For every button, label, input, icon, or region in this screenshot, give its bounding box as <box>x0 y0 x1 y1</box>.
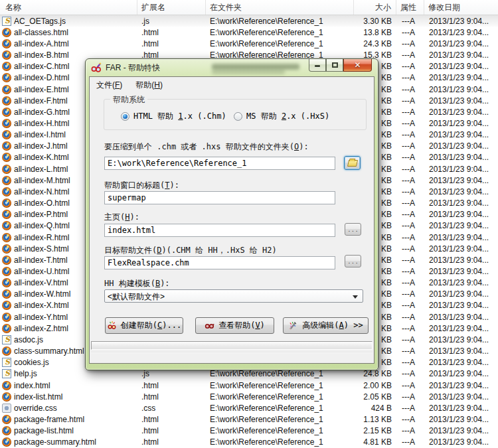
file-attributes: ---A <box>396 153 424 162</box>
file-name: cookies.js <box>14 358 49 367</box>
file-attributes: ---A <box>396 392 424 402</box>
html-file-icon <box>2 415 11 424</box>
aero-blur-artifact <box>212 70 285 74</box>
file-row[interactable]: override.css.cssE:\work\Reference\Refere… <box>0 402 498 413</box>
file-row[interactable]: package-summary.html.htmlE:\work\Referen… <box>0 437 498 448</box>
file-attributes: ---A <box>396 165 424 174</box>
create-help-icon <box>107 321 117 331</box>
file-modified: 2013/1/23 9:04... <box>424 28 498 37</box>
column-header[interactable]: 大小 <box>354 0 396 15</box>
close-button[interactable]: ✕ <box>343 59 372 72</box>
file-modified: 2013/1/23 9:04... <box>424 17 498 26</box>
column-header[interactable]: 属性 <box>396 0 424 15</box>
column-header[interactable]: 修改日期 <box>424 0 498 15</box>
maximize-icon <box>332 62 338 68</box>
file-modified: 2013/1/23 9:04... <box>424 381 498 390</box>
file-name: index-list.html <box>14 392 62 402</box>
html-file-icon <box>2 301 11 310</box>
window-title-field-label: 帮助窗口的标题(T): <box>104 180 179 191</box>
file-name: all-index-V.html <box>14 278 68 287</box>
far-dialog: FAR - 帮助特快 ✕ 文件(F) 帮助(H) 帮助系统 HTML 帮助 1.… <box>85 58 378 370</box>
progress-bar <box>91 341 373 350</box>
file-modified: 2013/1/23 9:04... <box>424 39 498 48</box>
file-row[interactable]: AC_OETags.js.jsE:\work\Reference\Referen… <box>0 15 498 27</box>
far-app-icon <box>91 62 102 73</box>
file-ext: .js <box>137 17 206 26</box>
file-folder: E:\work\Reference\Reference_1 <box>206 404 354 413</box>
file-ext: .html <box>137 39 206 48</box>
close-icon: ✕ <box>344 59 371 71</box>
screen: 名称扩展名在文件夹大小属性修改日期 AC_OETags.js.jsE:\work… <box>0 0 498 448</box>
home-page-field-label: 主页(H): <box>104 212 139 223</box>
column-header[interactable]: 扩展名 <box>137 0 206 15</box>
browse-home-page-button[interactable]: . . . <box>345 223 361 236</box>
file-name: class-summary.html <box>14 346 84 356</box>
html-file-icon <box>2 278 11 287</box>
browse-folder-button[interactable] <box>344 156 361 170</box>
view-help-button[interactable]: 查看帮助(V) <box>195 317 274 334</box>
window-title-input[interactable]: supermap <box>104 191 335 204</box>
file-row[interactable]: all-index-A.html.htmlE:\work\Reference\R… <box>0 38 498 49</box>
dialog-titlebar[interactable]: FAR - 帮助特快 ✕ <box>86 59 378 76</box>
advanced-edit-button[interactable]: 高级编辑(A) >> <box>283 317 369 334</box>
folder-input[interactable]: E:\work\Reference\Reference_1 <box>104 157 335 170</box>
file-folder: E:\work\Reference\Reference_1 <box>206 28 354 37</box>
file-row[interactable]: all-classes.html.htmlE:\work\Reference\R… <box>0 27 498 38</box>
file-attributes: ---A <box>396 369 424 378</box>
html-file-icon <box>2 289 11 299</box>
radio-ms-help-2x[interactable]: MS 帮助 2.x (.HxS) <box>234 111 329 122</box>
file-attributes: ---A <box>396 108 424 117</box>
radio-html-help-1x[interactable]: HTML 帮助 1.x (.Chm) <box>121 111 226 122</box>
file-name: all-index-R.html <box>14 233 69 242</box>
column-header[interactable]: 名称 <box>0 0 137 15</box>
create-help-button[interactable]: 创建帮助(C)... <box>105 317 183 334</box>
file-attributes: ---A <box>396 210 424 219</box>
maximize-button[interactable] <box>326 59 343 72</box>
file-modified: 2013/1/23 9:04... <box>424 437 498 447</box>
html-file-icon <box>2 96 11 106</box>
template-dropdown[interactable]: <默认帮助文件> <box>104 289 363 303</box>
html-file-icon <box>2 313 11 322</box>
file-modified: 2013/1/23 9:04... <box>424 165 498 174</box>
menu-file[interactable]: 文件(F) <box>90 77 129 94</box>
file-modified: 2013/1/23 9:04... <box>424 301 498 310</box>
menu-help[interactable]: 帮助(H) <box>129 77 169 94</box>
group-label: 帮助系统 <box>110 94 147 106</box>
home-page-input[interactable]: index.html <box>104 224 335 237</box>
radio-icon[interactable] <box>234 112 242 121</box>
file-row[interactable]: package-list.html.htmlE:\work\Reference\… <box>0 425 498 437</box>
minimize-button[interactable] <box>309 59 326 72</box>
file-attributes: ---A <box>396 73 424 82</box>
file-folder: E:\work\Reference\Reference_1 <box>206 17 354 26</box>
file-name: all-index-F.html <box>14 96 68 106</box>
html-file-icon <box>2 50 11 60</box>
file-row[interactable]: package-frame.html.htmlE:\work\Reference… <box>0 413 498 425</box>
file-modified: 2013/1/23 9:04... <box>424 96 498 106</box>
file-row[interactable]: index.html.htmlE:\work\Reference\Referen… <box>0 380 498 391</box>
file-attributes: ---A <box>396 233 424 242</box>
file-modified: 2013/1/23 9:04... <box>424 244 498 254</box>
file-ext: .html <box>137 381 206 390</box>
file-list-header: 名称扩展名在文件夹大小属性修改日期 <box>0 0 498 15</box>
file-modified: 2013/1/23 9:04... <box>424 369 498 378</box>
open-folder-icon <box>347 160 357 167</box>
file-attributes: ---A <box>396 28 424 37</box>
css-file-icon <box>2 404 11 413</box>
help-system-group: 帮助系统 HTML 帮助 1.x (.Chm) MS 帮助 2.x (.HxS) <box>104 99 367 130</box>
dialog-client-area: 文件(F) 帮助(H) 帮助系统 HTML 帮助 1.x (.Chm) MS 帮… <box>89 76 374 364</box>
file-row[interactable]: index-list.html.htmlE:\work\Reference\Re… <box>0 391 498 402</box>
target-file-input[interactable]: FlexRealspace.chm <box>104 256 335 269</box>
file-attributes: ---A <box>396 313 424 322</box>
browse-target-file-button[interactable]: . . . <box>345 255 361 267</box>
file-folder: E:\work\Reference\Reference_1 <box>206 415 354 424</box>
file-attributes: ---A <box>396 96 424 106</box>
file-size: 2.05 KB <box>354 392 396 402</box>
template-field-label: HH 构建模板(B): <box>104 278 170 289</box>
radio-icon[interactable] <box>121 112 129 121</box>
glasses-icon <box>205 321 214 330</box>
column-header[interactable]: 在文件夹 <box>206 0 354 15</box>
button-label: 高级编辑(A) >> <box>302 320 363 331</box>
folder-field-label: 要压缩到单个 .chm 或者 .hxs 帮助文件的文件夹(O): <box>104 141 309 153</box>
file-size: 2.00 KB <box>354 381 396 390</box>
template-dropdown-value: <默认帮助文件> <box>108 292 165 301</box>
